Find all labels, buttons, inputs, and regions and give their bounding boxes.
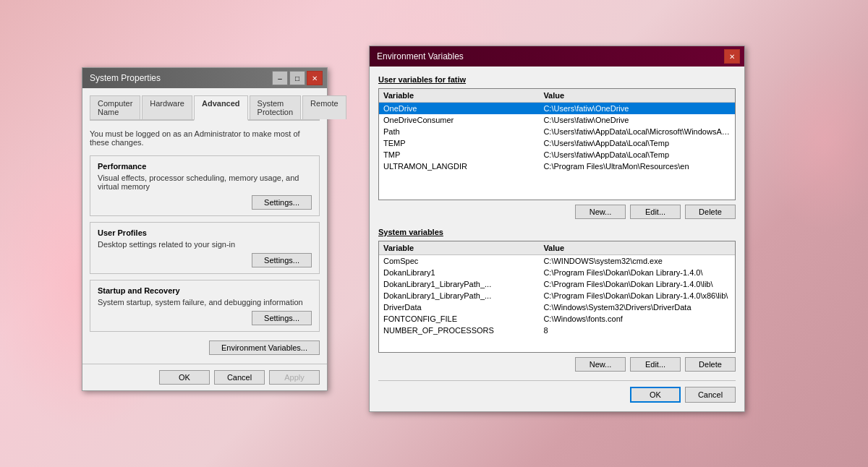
user-profiles-section: User Profiles Desktop settings related t…	[90, 222, 320, 274]
system-table-row[interactable]: ComSpecC:\WINDOWS\system32\cmd.exe	[379, 255, 735, 267]
system-variables-title: System variables	[378, 228, 736, 236]
system-var-name: DokanLibrary1_LibraryPath_...	[379, 290, 539, 301]
user-var-name: OneDriveConsumer	[379, 114, 539, 126]
user-var-value: C:\Users\fatiw\AppData\Local\Temp	[539, 137, 735, 149]
user-vars-actions: New... Edit... Delete	[378, 205, 736, 219]
user-col-value: Value	[539, 89, 735, 103]
user-var-value: C:\Users\fatiw\AppData\Local\Temp	[539, 149, 735, 160]
user-vars-tbody: OneDriveC:\Users\fatiw\OneDriveOneDriveC…	[379, 103, 735, 173]
performance-desc: Visual effects, processor scheduling, me…	[98, 173, 312, 191]
startup-recovery-label: Startup and Recovery	[98, 286, 312, 295]
user-variables-table-container[interactable]: Variable Value OneDriveC:\Users\fatiw\On…	[378, 88, 736, 200]
user-table-row[interactable]: PathC:\Users\fatiw\AppData\Local\Microso…	[379, 126, 735, 137]
user-table-row[interactable]: TMPC:\Users\fatiw\AppData\Local\Temp	[379, 149, 735, 160]
env-vars-titlebar: Environment Variables ✕	[370, 46, 744, 67]
user-var-value: C:\Users\fatiw\OneDrive	[539, 114, 735, 126]
system-var-value: C:\Windows\fonts.conf	[539, 313, 735, 325]
env-cancel-button[interactable]: Cancel	[685, 387, 736, 403]
system-var-name: NUMBER_OF_PROCESSORS	[379, 325, 539, 336]
startup-recovery-settings-button[interactable]: Settings...	[252, 311, 312, 325]
system-vars-actions: New... Edit... Delete	[378, 357, 736, 372]
system-col-value: Value	[539, 241, 735, 255]
system-properties-title: System Properties	[90, 73, 161, 83]
system-variables-table-container[interactable]: Variable Value ComSpecC:\WINDOWS\system3…	[378, 241, 736, 353]
performance-label: Performance	[98, 162, 312, 171]
env-close-button[interactable]: ✕	[724, 49, 740, 64]
system-var-value: C:\Windows\System32\Drivers\DriverData	[539, 301, 735, 313]
system-table-row[interactable]: NUMBER_OF_PROCESSORS8	[379, 325, 735, 336]
user-new-button[interactable]: New...	[575, 205, 626, 219]
user-delete-button[interactable]: Delete	[685, 205, 736, 219]
close-button[interactable]: ✕	[307, 71, 323, 85]
user-table-row[interactable]: OneDriveC:\Users\fatiw\OneDrive	[379, 103, 735, 115]
ok-button[interactable]: OK	[159, 370, 210, 385]
tab-computer-name[interactable]: Computer Name	[90, 95, 140, 119]
user-var-name: TEMP	[379, 137, 539, 149]
env-vars-row: Environment Variables...	[90, 338, 320, 356]
system-table-row[interactable]: DokanLibrary1_LibraryPath_...C:\Program …	[379, 278, 735, 290]
user-profiles-settings-button[interactable]: Settings...	[252, 253, 312, 267]
tab-remote[interactable]: Remote	[302, 95, 346, 119]
system-table-row[interactable]: FONTCONFIG_FILEC:\Windows\fonts.conf	[379, 313, 735, 325]
system-table-row[interactable]: DokanLibrary1_LibraryPath_...C:\Program …	[379, 290, 735, 301]
system-var-value: C:\Program Files\Dokan\Dokan Library-1.4…	[539, 278, 735, 290]
user-var-value: C:\Users\fatiw\OneDrive	[539, 103, 735, 115]
system-variables-table: Variable Value ComSpecC:\WINDOWS\system3…	[379, 241, 735, 336]
titlebar-buttons: – □ ✕	[272, 71, 323, 85]
maximize-button[interactable]: □	[289, 71, 305, 85]
admin-note: You must be logged on as an Administrato…	[90, 128, 320, 148]
env-ok-button[interactable]: OK	[630, 387, 681, 403]
user-variables-table: Variable Value OneDriveC:\Users\fatiw\On…	[379, 89, 735, 172]
minimize-button[interactable]: –	[272, 71, 288, 85]
env-vars-title: Environment Variables	[377, 51, 464, 61]
system-properties-footer: OK Cancel Apply	[82, 364, 327, 390]
system-properties-titlebar: System Properties – □ ✕	[82, 68, 327, 88]
env-titlebar-buttons: ✕	[724, 49, 740, 64]
user-profiles-label: User Profiles	[98, 228, 312, 237]
system-var-name: DokanLibrary1	[379, 267, 539, 278]
tab-hardware[interactable]: Hardware	[142, 95, 192, 119]
user-col-variable: Variable	[379, 89, 539, 103]
user-profiles-desc: Desktop settings related to your sign-in	[98, 240, 312, 249]
user-var-value: C:\Users\fatiw\AppData\Local\Microsoft\W…	[539, 126, 735, 137]
system-properties-dialog: System Properties – □ ✕ Computer Name Ha…	[82, 67, 328, 391]
system-var-name: FONTCONFIG_FILE	[379, 313, 539, 325]
startup-recovery-section: Startup and Recovery System startup, sys…	[90, 280, 320, 332]
system-var-name: ComSpec	[379, 255, 539, 267]
system-table-row[interactable]: DriverDataC:\Windows\System32\Drivers\Dr…	[379, 301, 735, 313]
cancel-button[interactable]: Cancel	[214, 370, 265, 385]
user-var-value: C:\Program Files\UltraMon\Resources\en	[539, 160, 735, 172]
system-table-row[interactable]: DokanLibrary1C:\Program Files\Dokan\Doka…	[379, 267, 735, 278]
user-edit-button[interactable]: Edit...	[630, 205, 681, 219]
env-vars-content: User variables for fatiw Variable Value …	[370, 67, 744, 411]
startup-recovery-desc: System startup, system failure, and debu…	[98, 298, 312, 307]
system-new-button[interactable]: New...	[575, 357, 626, 372]
user-var-name: OneDrive	[379, 103, 539, 115]
system-vars-tbody: ComSpecC:\WINDOWS\system32\cmd.exeDokanL…	[379, 255, 735, 337]
performance-section: Performance Visual effects, processor sc…	[90, 155, 320, 216]
system-var-value: C:\Program Files\Dokan\Dokan Library-1.4…	[539, 290, 735, 301]
user-table-row[interactable]: ULTRAMON_LANGDIRC:\Program Files\UltraMo…	[379, 160, 735, 172]
system-var-name: DriverData	[379, 301, 539, 313]
system-var-name: DokanLibrary1_LibraryPath_...	[379, 278, 539, 290]
user-variables-title: User variables for fatiw	[378, 75, 736, 84]
system-var-value: C:\Program Files\Dokan\Dokan Library-1.4…	[539, 267, 735, 278]
system-var-value: C:\WINDOWS\system32\cmd.exe	[539, 255, 735, 267]
environment-variables-button[interactable]: Environment Variables...	[209, 340, 320, 355]
apply-button[interactable]: Apply	[269, 370, 320, 385]
user-var-name: ULTRAMON_LANGDIR	[379, 160, 539, 172]
user-table-row[interactable]: TEMPC:\Users\fatiw\AppData\Local\Temp	[379, 137, 735, 149]
system-var-value: 8	[539, 325, 735, 336]
system-table-header-row: Variable Value	[379, 241, 735, 255]
system-col-variable: Variable	[379, 241, 539, 255]
user-var-name: TMP	[379, 149, 539, 160]
system-properties-content: Computer Name Hardware Advanced System P…	[82, 88, 327, 364]
system-delete-button[interactable]: Delete	[685, 357, 736, 372]
user-table-row[interactable]: OneDriveConsumerC:\Users\fatiw\OneDrive	[379, 114, 735, 126]
system-edit-button[interactable]: Edit...	[630, 357, 681, 372]
system-properties-tabs: Computer Name Hardware Advanced System P…	[90, 95, 320, 121]
performance-settings-button[interactable]: Settings...	[252, 195, 312, 210]
environment-variables-dialog: Environment Variables ✕ User variables f…	[369, 46, 745, 412]
tab-advanced[interactable]: Advanced	[194, 95, 248, 121]
tab-system-protection[interactable]: System Protection	[250, 95, 302, 119]
